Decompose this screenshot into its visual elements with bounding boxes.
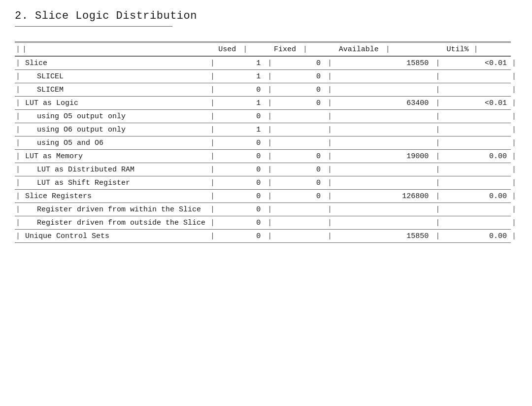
cell-site-type: Slice — [21, 57, 209, 70]
cell-site-type: LUT as Memory — [21, 150, 209, 163]
cell-used: 1 — [242, 57, 266, 70]
cell-available — [385, 203, 434, 216]
cell-used: 0 — [242, 217, 266, 230]
cell-site-type: using O5 and O6 — [21, 137, 209, 150]
cell-fixed: 0 — [302, 97, 327, 110]
table-row: |using O5 output only|0|||| — [15, 110, 517, 123]
cell-fixed: 0 — [302, 164, 327, 176]
cell-fixed: 0 — [302, 150, 327, 163]
cell-fixed — [302, 217, 327, 230]
cell-site-type: LUT as Distributed RAM — [21, 164, 209, 176]
cell-site-type: LUT as Logic — [21, 97, 209, 110]
cell-util: <0.01 — [473, 57, 511, 70]
table-row: |LUT as Logic|1|0|63400|<0.01| — [15, 97, 517, 110]
cell-site-type: LUT as Shift Register — [21, 177, 209, 190]
table-row: |SLICEL|1|0||| — [15, 70, 517, 83]
cell-used: 0 — [242, 150, 266, 163]
cell-site-type: SLICEL — [21, 70, 209, 83]
cell-util — [473, 137, 511, 150]
cell-fixed: 0 — [302, 190, 327, 203]
cell-used: 1 — [242, 97, 266, 110]
cell-fixed — [302, 124, 327, 136]
cell-available — [385, 124, 434, 136]
cell-available: 15850 — [385, 230, 434, 243]
cell-site-type: SLICEM — [21, 84, 209, 97]
cell-util — [473, 110, 511, 123]
cell-available — [385, 84, 434, 97]
cell-used: 0 — [242, 203, 266, 216]
table-row: |Slice|1|0|15850|<0.01| — [15, 57, 517, 70]
cell-util — [473, 164, 511, 176]
cell-available — [385, 70, 434, 83]
table-row: |LUT as Distributed RAM|0|0||| — [15, 164, 517, 176]
cell-fixed: 0 — [302, 57, 327, 70]
cell-used: 0 — [242, 164, 266, 176]
table-row: |using O6 output only|1|||| — [15, 124, 517, 136]
cell-available — [385, 177, 434, 190]
watermark — [15, 243, 517, 245]
cell-site-type: Register driven from outside the Slice — [21, 217, 209, 230]
cell-site-type: Register driven from within the Slice — [21, 203, 209, 216]
cell-available — [385, 110, 434, 123]
cell-util — [473, 124, 511, 136]
cell-available: 19000 — [385, 150, 434, 163]
cell-fixed: 0 — [302, 177, 327, 190]
table-row: |using O5 and O6|0|||| — [15, 137, 517, 150]
cell-available: 126800 — [385, 190, 434, 203]
cell-available — [385, 164, 434, 176]
cell-available: 63400 — [385, 97, 434, 110]
section-title: 2. Slice Logic Distribution — [15, 10, 517, 22]
table-row: |LUT as Shift Register|0|0||| — [15, 177, 517, 190]
cell-util: 0.00 — [473, 190, 511, 203]
cell-util — [473, 217, 511, 230]
cell-used: 0 — [242, 190, 266, 203]
cell-used: 0 — [242, 177, 266, 190]
cell-used: 1 — [242, 70, 266, 83]
cell-fixed — [302, 230, 327, 243]
cell-site-type: using O5 output only — [21, 110, 209, 123]
cell-util — [473, 84, 511, 97]
cell-util — [473, 203, 511, 216]
slice-logic-table: ||Used|Fixed|Available|Util%| |Slice|1|0… — [15, 41, 517, 243]
cell-site-type: Slice Registers — [21, 190, 209, 203]
cell-used: 0 — [242, 137, 266, 150]
col-header-used: Used — [209, 43, 242, 56]
cell-used: 0 — [242, 84, 266, 97]
cell-available — [385, 137, 434, 150]
cell-util — [473, 70, 511, 83]
table-row: |SLICEM|0|0||| — [15, 84, 517, 97]
table-header-row: ||Used|Fixed|Available|Util%| — [15, 43, 517, 56]
col-header-available: Available — [327, 43, 385, 56]
cell-fixed — [302, 110, 327, 123]
table-row: |Slice Registers|0|0|126800|0.00| — [15, 190, 517, 203]
table-row: |Register driven from outside the Slice|… — [15, 217, 517, 230]
table-row: |Unique Control Sets|0||15850|0.00| — [15, 230, 517, 243]
col-header-fixed: Fixed — [266, 43, 302, 56]
cell-fixed — [302, 137, 327, 150]
cell-fixed: 0 — [302, 84, 327, 97]
table-row: |LUT as Memory|0|0|19000|0.00| — [15, 150, 517, 163]
cell-used: 0 — [242, 230, 266, 243]
cell-util: 0.00 — [473, 230, 511, 243]
cell-used: 1 — [242, 124, 266, 136]
cell-used: 0 — [242, 110, 266, 123]
cell-fixed: 0 — [302, 70, 327, 83]
cell-util — [473, 177, 511, 190]
cell-util: 0.00 — [473, 150, 511, 163]
cell-util: <0.01 — [473, 97, 511, 110]
cell-available — [385, 217, 434, 230]
col-header-util: Util% — [434, 43, 472, 56]
cell-available: 15850 — [385, 57, 434, 70]
cell-site-type: Unique Control Sets — [21, 230, 209, 243]
slice-logic-table-container: ||Used|Fixed|Available|Util%| |Slice|1|0… — [15, 41, 517, 243]
cell-fixed — [302, 203, 327, 216]
section-divider — [15, 26, 172, 27]
cell-site-type: using O6 output only — [21, 124, 209, 136]
table-row: |Register driven from within the Slice|0… — [15, 203, 517, 216]
